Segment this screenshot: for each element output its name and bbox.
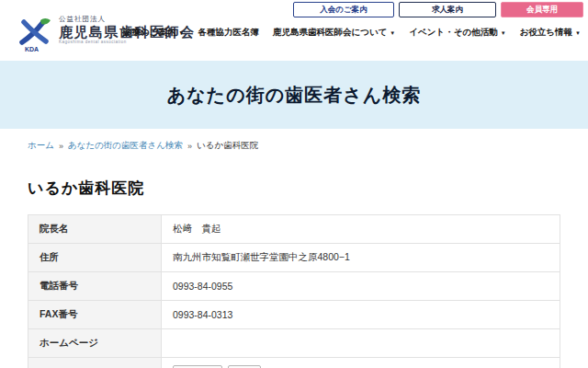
row-label: ホームページ — [28, 329, 162, 358]
table-row: FAX番号0993-84-0313 — [28, 301, 560, 329]
row-value: 松﨑 貴起 — [162, 215, 560, 244]
search-banner: あなたの街の歯医者さん検索 — [0, 61, 588, 129]
header-button[interactable]: 入会のご案内 — [293, 2, 394, 17]
nav-item-label: 各種協力医名簿 — [198, 27, 259, 39]
clinic-name-title: いるか歯科医院 — [28, 178, 560, 199]
nav-item-label: 診療のご案内 — [123, 27, 175, 39]
table-row: 電話番号0993-84-0955 — [28, 272, 560, 301]
row-label: 住所 — [28, 244, 162, 272]
row-value: 0993-84-0955 — [162, 272, 560, 301]
table-row: 住所南九州市知覧町瀬世字堂園中之原4800−1 — [28, 244, 560, 272]
search-banner-title: あなたの街の歯医者さん検索 — [167, 83, 421, 108]
chevron-down-icon: ▼ — [179, 30, 185, 36]
main-navigation: 診療のご案内▼各種協力医名簿鹿児島県歯科医師会について▼イベント・その他活動▼お… — [123, 27, 581, 39]
header-button[interactable]: 求人案内 — [399, 2, 496, 17]
header-button[interactable]: 会員専用 — [501, 2, 583, 17]
clinic-detail-table: 院長名松﨑 貴起住所南九州市知覧町瀬世字堂園中之原4800−1電話番号0993-… — [28, 214, 560, 368]
chevron-down-icon: ▼ — [575, 30, 581, 36]
row-label: 電話番号 — [28, 272, 162, 301]
breadcrumb-separator: » — [59, 142, 63, 151]
org-type-label: 公益社団法人 — [59, 16, 196, 24]
row-value: 南九州市知覧町瀬世字堂園中之原4800−1 — [162, 244, 560, 272]
breadcrumb-separator: » — [187, 142, 192, 151]
org-name-en-label: Kagoshima dental association — [59, 40, 196, 44]
row-label: 診療科目 — [28, 358, 162, 368]
svg-text:KDA: KDA — [25, 46, 39, 52]
nav-item-label: お役立ち情報 — [520, 27, 572, 39]
nav-item[interactable]: 各種協力医名簿 — [198, 27, 259, 39]
table-row: ホームページ — [28, 329, 560, 358]
table-row: 診療科目小児歯科歯科 — [28, 358, 560, 368]
row-value: 0993-84-0313 — [162, 301, 560, 329]
row-value: 小児歯科歯科 — [162, 358, 560, 368]
nav-item[interactable]: 鹿児島県歯科医師会について▼ — [273, 27, 395, 39]
breadcrumb-link[interactable]: あなたの街の歯医者さん検索 — [68, 140, 183, 152]
table-row: 院長名松﨑 貴起 — [28, 215, 560, 244]
nav-item-label: 鹿児島県歯科医師会について — [273, 27, 387, 39]
site-header: KDA 公益社団法人 鹿児島県歯科医師会 Kagoshima dental as… — [0, 0, 588, 61]
chevron-down-icon: ▼ — [501, 30, 506, 36]
nav-item[interactable]: イベント・その他活動▼ — [409, 27, 505, 39]
row-label: 院長名 — [28, 215, 162, 244]
breadcrumb-current: いるか歯科医院 — [197, 140, 258, 152]
kda-logo-icon: KDA — [17, 16, 53, 52]
breadcrumb: ホーム»あなたの街の歯医者さん検索»いるか歯科医院 — [28, 140, 560, 152]
nav-item[interactable]: 診療のご案内▼ — [123, 27, 184, 39]
breadcrumb-link[interactable]: ホーム — [28, 140, 54, 152]
row-label: FAX番号 — [28, 301, 162, 329]
row-value — [162, 329, 560, 358]
header-action-buttons: 入会のご案内求人案内会員専用 — [293, 2, 583, 17]
nav-item[interactable]: お役立ち情報▼ — [520, 27, 581, 39]
nav-item-label: イベント・その他活動 — [409, 27, 497, 39]
chevron-down-icon: ▼ — [390, 30, 395, 36]
